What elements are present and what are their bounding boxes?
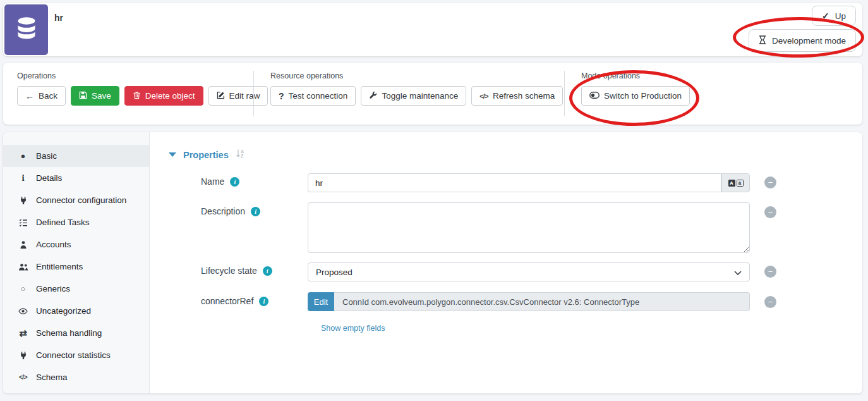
status-up-label: Up xyxy=(835,11,846,21)
toggle-icon xyxy=(589,91,600,101)
info-icon: i xyxy=(17,173,29,183)
lifecycle-field-label: Lifecycle state i xyxy=(201,266,272,276)
mode-operations-group: Mode operations Switch to Production xyxy=(565,63,690,125)
sidebar-item-label: Details xyxy=(36,173,62,183)
svg-text:A: A xyxy=(241,149,244,154)
name-input[interactable] xyxy=(308,173,721,192)
eye-icon xyxy=(17,307,29,315)
sidebar-item-defined-tasks[interactable]: Defined Tasks xyxy=(3,211,149,233)
sidebar-item-label: Schema xyxy=(36,373,68,382)
sidebar-item-entitlements[interactable]: Entitlements xyxy=(3,256,149,278)
circle-outline-icon: ○ xyxy=(17,284,29,293)
sidebar-item-details[interactable]: iDetails xyxy=(3,167,149,189)
tasks-icon xyxy=(17,218,29,227)
operations-group-label: Operations xyxy=(17,71,253,80)
plug-icon xyxy=(17,351,29,360)
sidebar-item-label: Generics xyxy=(36,284,70,293)
language-icon: A xyxy=(728,180,735,187)
resource-details-page: hr ✓ Up Development mode Operations ← xyxy=(0,0,868,401)
resource-operations-group-label: Resource operations xyxy=(270,71,564,80)
operations-group: Operations ← Back Save Delete object xyxy=(3,63,253,125)
remove-connectorref-button[interactable]: − xyxy=(764,296,776,308)
status-badge-development-mode: Development mode xyxy=(749,29,856,52)
info-icon[interactable]: i xyxy=(230,177,239,187)
connectorref-field: Edit ConnId com.evolveum.polygon.connect… xyxy=(308,292,750,311)
sidebar-item-label: Schema handling xyxy=(36,328,102,338)
properties-section-title: Properties xyxy=(183,150,229,160)
sidebar-item-uncategorized[interactable]: Uncategorized xyxy=(3,300,149,322)
plug-icon xyxy=(17,196,29,205)
database-icon xyxy=(15,16,38,44)
remove-lifecycle-button[interactable]: − xyxy=(764,266,776,278)
operations-toolbar: Operations ← Back Save Delete object xyxy=(3,63,862,125)
code-icon: </> xyxy=(17,374,29,381)
status-badges: ✓ Up Development mode xyxy=(749,6,856,52)
exchange-icon: ⇄ xyxy=(17,328,29,339)
sort-properties-icon[interactable]: AZ xyxy=(236,149,245,161)
description-field-label: Description i xyxy=(201,206,260,216)
sidebar-item-schema[interactable]: </>Schema xyxy=(3,366,149,388)
sidebar-item-label: Entitlements xyxy=(36,262,83,271)
question-icon: ? xyxy=(279,92,284,101)
sidebar-item-connector-configuration[interactable]: Connector configuration xyxy=(3,189,149,211)
wrench-icon xyxy=(369,91,377,101)
resource-operations-group: Resource operations ? Test connection To… xyxy=(254,63,564,125)
users-icon xyxy=(17,262,29,271)
connectorref-value: ConnId com.evolveum.polygon.connector.cs… xyxy=(334,292,750,311)
info-icon[interactable]: i xyxy=(251,207,260,216)
edit-pencil-icon xyxy=(217,91,225,101)
chevron-down-icon xyxy=(734,268,742,277)
sidebar-item-label: Defined Tasks xyxy=(36,218,90,227)
name-field-label: Name i xyxy=(201,176,239,187)
sidebar-item-label: Connector statistics xyxy=(36,350,111,360)
details-sidebar: ●BasiciDetailsConnector configurationDef… xyxy=(3,132,150,393)
remove-name-button[interactable]: − xyxy=(764,176,776,188)
back-button[interactable]: ← Back xyxy=(17,86,66,106)
lifecycle-selected-value: Proposed xyxy=(316,268,353,277)
toggle-maintenance-button[interactable]: Toggle maintenance xyxy=(361,86,466,106)
sidebar-item-label: Accounts xyxy=(36,240,71,249)
refresh-schema-button[interactable]: </> Refresh schema xyxy=(471,86,563,106)
sidebar-item-label: Connector configuration xyxy=(36,195,126,205)
switch-to-production-button[interactable]: Switch to Production xyxy=(581,86,690,106)
collapse-caret-icon[interactable] xyxy=(169,152,176,157)
sidebar-item-connector-statistics[interactable]: Connector statistics xyxy=(3,344,149,366)
sidebar-item-schema-handling[interactable]: ⇄Schema handling xyxy=(3,322,149,344)
language-polystring-button[interactable]: A ā xyxy=(721,173,750,192)
connectorref-field-label: connectorRef i xyxy=(201,296,268,306)
page-header: hr ✓ Up Development mode xyxy=(3,3,862,56)
mode-operations-group-label: Mode operations xyxy=(581,71,690,80)
circle-filled-icon: ● xyxy=(17,151,29,161)
save-floppy-icon xyxy=(79,91,87,101)
info-icon[interactable]: i xyxy=(263,266,272,276)
check-icon: ✓ xyxy=(822,11,829,21)
resource-tile xyxy=(4,4,48,55)
sidebar-item-accounts[interactable]: Accounts xyxy=(3,233,149,256)
hourglass-icon xyxy=(759,35,766,46)
arrow-left-icon: ← xyxy=(25,92,34,101)
connectorref-edit-button[interactable]: Edit xyxy=(308,292,334,311)
page-title: hr xyxy=(54,13,63,23)
lifecycle-state-select[interactable]: Proposed xyxy=(308,262,750,281)
remove-description-button[interactable]: − xyxy=(764,206,776,218)
info-icon[interactable]: i xyxy=(259,297,268,306)
description-textarea[interactable] xyxy=(308,202,750,253)
delete-object-button[interactable]: Delete object xyxy=(124,86,203,106)
test-connection-button[interactable]: ? Test connection xyxy=(270,86,356,106)
sidebar-item-label: Basic xyxy=(36,151,57,161)
sidebar-item-generics[interactable]: ○Generics xyxy=(3,278,149,300)
properties-section-header: Properties AZ xyxy=(169,149,245,161)
development-mode-label: Development mode xyxy=(772,36,846,46)
trash-icon xyxy=(133,91,141,101)
sidebar-item-basic[interactable]: ●Basic xyxy=(3,145,149,167)
code-icon: </> xyxy=(479,92,488,100)
show-empty-fields-link[interactable]: Show empty fields xyxy=(321,324,385,333)
basic-panel: Properties AZ Name i A ā − Description i xyxy=(150,132,862,393)
resource-details-panel: ●BasiciDetailsConnector configurationDef… xyxy=(3,132,862,393)
svg-text:Z: Z xyxy=(241,154,244,158)
sidebar-item-label: Uncategorized xyxy=(36,306,91,316)
user-icon xyxy=(17,240,29,249)
save-button[interactable]: Save xyxy=(71,86,119,106)
status-badge-up: ✓ Up xyxy=(812,6,856,26)
